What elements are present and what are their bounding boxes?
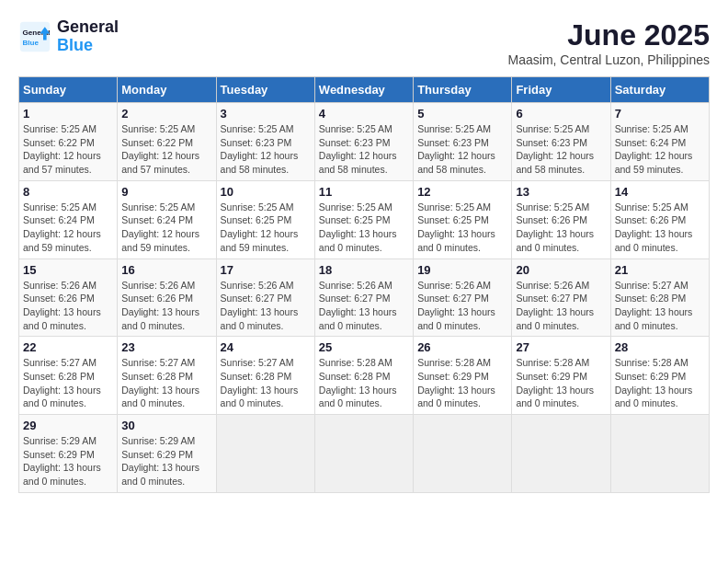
calendar-day-cell: 13Sunrise: 5:25 AMSunset: 6:26 PMDayligh…: [512, 180, 610, 259]
calendar-day-cell: 24Sunrise: 5:27 AMSunset: 6:28 PMDayligh…: [216, 337, 314, 415]
calendar-day-cell: 22Sunrise: 5:27 AMSunset: 6:28 PMDayligh…: [19, 337, 118, 415]
day-number: 14: [615, 185, 705, 199]
calendar-day-cell: 19Sunrise: 5:26 AMSunset: 6:27 PMDayligh…: [414, 259, 512, 337]
day-number: 28: [615, 340, 705, 354]
calendar-day-cell: 26Sunrise: 5:28 AMSunset: 6:29 PMDayligh…: [414, 337, 512, 415]
day-number: 17: [221, 263, 311, 277]
subtitle: Maasim, Central Luzon, Philippines: [508, 52, 710, 67]
calendar-day-cell: 16Sunrise: 5:26 AMSunset: 6:26 PMDayligh…: [118, 259, 216, 337]
calendar-day-cell: 1Sunrise: 5:25 AMSunset: 6:22 PMDaylight…: [19, 103, 118, 181]
day-number: 29: [23, 419, 113, 432]
empty-cell: [414, 415, 512, 493]
day-number: 27: [516, 340, 606, 354]
calendar-day-cell: 25Sunrise: 5:28 AMSunset: 6:28 PMDayligh…: [314, 337, 413, 415]
empty-cell: [314, 415, 413, 493]
day-info: Sunrise: 5:27 AMSunset: 6:28 PMDaylight:…: [121, 356, 211, 410]
calendar-day-cell: 10Sunrise: 5:25 AMSunset: 6:25 PMDayligh…: [216, 180, 314, 259]
day-number: 18: [319, 263, 409, 277]
day-info: Sunrise: 5:28 AMSunset: 6:29 PMDaylight:…: [615, 356, 705, 410]
header-saturday: Saturday: [610, 77, 709, 103]
calendar-day-cell: 8Sunrise: 5:25 AMSunset: 6:24 PMDaylight…: [19, 180, 118, 259]
day-info: Sunrise: 5:25 AMSunset: 6:25 PMDaylight:…: [221, 201, 311, 255]
day-number: 15: [23, 263, 113, 277]
header-wednesday: Wednesday: [314, 77, 413, 103]
day-info: Sunrise: 5:28 AMSunset: 6:29 PMDaylight:…: [516, 356, 606, 410]
header-thursday: Thursday: [414, 77, 512, 103]
day-info: Sunrise: 5:26 AMSunset: 6:27 PMDaylight:…: [516, 279, 606, 333]
day-number: 23: [121, 340, 211, 354]
day-number: 7: [615, 107, 705, 121]
day-info: Sunrise: 5:25 AMSunset: 6:23 PMDaylight:…: [319, 122, 409, 177]
day-number: 22: [23, 340, 113, 354]
day-info: Sunrise: 5:25 AMSunset: 6:22 PMDaylight:…: [23, 122, 113, 177]
calendar-day-cell: 15Sunrise: 5:26 AMSunset: 6:26 PMDayligh…: [19, 259, 118, 337]
logo-text: General Blue: [57, 18, 119, 55]
day-number: 10: [221, 185, 311, 199]
svg-text:Blue: Blue: [23, 39, 40, 47]
day-info: Sunrise: 5:25 AMSunset: 6:23 PMDaylight:…: [221, 122, 311, 177]
day-number: 24: [221, 340, 311, 354]
calendar-day-cell: 11Sunrise: 5:25 AMSunset: 6:25 PMDayligh…: [314, 180, 413, 259]
calendar-day-cell: 20Sunrise: 5:26 AMSunset: 6:27 PMDayligh…: [512, 259, 610, 337]
calendar-day-cell: 30Sunrise: 5:29 AMSunset: 6:29 PMDayligh…: [118, 415, 216, 493]
calendar-day-cell: 5Sunrise: 5:25 AMSunset: 6:23 PMDaylight…: [414, 103, 512, 181]
calendar-day-cell: 9Sunrise: 5:25 AMSunset: 6:24 PMDaylight…: [118, 180, 216, 259]
day-info: Sunrise: 5:26 AMSunset: 6:27 PMDaylight:…: [417, 279, 507, 333]
day-number: 5: [417, 107, 507, 121]
calendar-day-cell: 28Sunrise: 5:28 AMSunset: 6:29 PMDayligh…: [610, 337, 709, 415]
day-info: Sunrise: 5:25 AMSunset: 6:26 PMDaylight:…: [615, 201, 705, 255]
day-info: Sunrise: 5:25 AMSunset: 6:25 PMDaylight:…: [417, 201, 507, 255]
calendar-week-row: 22Sunrise: 5:27 AMSunset: 6:28 PMDayligh…: [19, 337, 710, 415]
header-tuesday: Tuesday: [216, 77, 314, 103]
day-number: 12: [417, 185, 507, 199]
day-info: Sunrise: 5:27 AMSunset: 6:28 PMDaylight:…: [221, 356, 311, 410]
calendar-day-cell: 29Sunrise: 5:29 AMSunset: 6:29 PMDayligh…: [19, 415, 118, 493]
logo: General Blue General Blue: [18, 18, 119, 55]
day-number: 21: [615, 263, 705, 277]
calendar-day-cell: 2Sunrise: 5:25 AMSunset: 6:22 PMDaylight…: [118, 103, 216, 181]
day-info: Sunrise: 5:26 AMSunset: 6:26 PMDaylight:…: [121, 279, 211, 333]
calendar-week-row: 8Sunrise: 5:25 AMSunset: 6:24 PMDaylight…: [19, 180, 710, 259]
day-info: Sunrise: 5:27 AMSunset: 6:28 PMDaylight:…: [23, 356, 113, 410]
calendar-day-cell: 18Sunrise: 5:26 AMSunset: 6:27 PMDayligh…: [314, 259, 413, 337]
day-number: 6: [516, 107, 606, 121]
day-number: 8: [23, 185, 113, 199]
day-info: Sunrise: 5:28 AMSunset: 6:28 PMDaylight:…: [319, 356, 409, 410]
calendar-header-row: SundayMondayTuesdayWednesdayThursdayFrid…: [19, 77, 710, 103]
calendar-day-cell: 7Sunrise: 5:25 AMSunset: 6:24 PMDaylight…: [610, 103, 709, 181]
day-info: Sunrise: 5:25 AMSunset: 6:24 PMDaylight:…: [615, 122, 705, 177]
empty-cell: [512, 415, 610, 493]
calendar-table: SundayMondayTuesdayWednesdayThursdayFrid…: [18, 76, 710, 493]
header-sunday: Sunday: [19, 77, 118, 103]
day-number: 2: [121, 107, 211, 121]
calendar-day-cell: 27Sunrise: 5:28 AMSunset: 6:29 PMDayligh…: [512, 337, 610, 415]
page-header: General Blue General Blue June 2025 Maas…: [18, 18, 710, 67]
day-info: Sunrise: 5:25 AMSunset: 6:24 PMDaylight:…: [121, 201, 211, 255]
header-friday: Friday: [512, 77, 610, 103]
day-info: Sunrise: 5:27 AMSunset: 6:28 PMDaylight:…: [615, 279, 705, 333]
calendar-week-row: 15Sunrise: 5:26 AMSunset: 6:26 PMDayligh…: [19, 259, 710, 337]
calendar-day-cell: 4Sunrise: 5:25 AMSunset: 6:23 PMDaylight…: [314, 103, 413, 181]
calendar-day-cell: 17Sunrise: 5:26 AMSunset: 6:27 PMDayligh…: [216, 259, 314, 337]
header-monday: Monday: [118, 77, 216, 103]
calendar-day-cell: 23Sunrise: 5:27 AMSunset: 6:28 PMDayligh…: [118, 337, 216, 415]
day-number: 16: [121, 263, 211, 277]
calendar-day-cell: 14Sunrise: 5:25 AMSunset: 6:26 PMDayligh…: [610, 180, 709, 259]
day-number: 19: [417, 263, 507, 277]
day-number: 9: [121, 185, 211, 199]
day-number: 26: [417, 340, 507, 354]
calendar-week-row: 1Sunrise: 5:25 AMSunset: 6:22 PMDaylight…: [19, 103, 710, 181]
day-info: Sunrise: 5:26 AMSunset: 6:26 PMDaylight:…: [23, 279, 113, 333]
day-info: Sunrise: 5:25 AMSunset: 6:25 PMDaylight:…: [319, 201, 409, 255]
day-number: 3: [221, 107, 311, 121]
day-info: Sunrise: 5:25 AMSunset: 6:23 PMDaylight:…: [417, 122, 507, 177]
day-number: 25: [319, 340, 409, 354]
logo-icon: General Blue: [18, 20, 51, 53]
day-info: Sunrise: 5:26 AMSunset: 6:27 PMDaylight:…: [221, 279, 311, 333]
calendar-day-cell: 3Sunrise: 5:25 AMSunset: 6:23 PMDaylight…: [216, 103, 314, 181]
calendar-day-cell: 12Sunrise: 5:25 AMSunset: 6:25 PMDayligh…: [414, 180, 512, 259]
empty-cell: [216, 415, 314, 493]
day-number: 4: [319, 107, 409, 121]
title-block: June 2025 Maasim, Central Luzon, Philipp…: [508, 18, 710, 67]
day-info: Sunrise: 5:25 AMSunset: 6:24 PMDaylight:…: [23, 201, 113, 255]
